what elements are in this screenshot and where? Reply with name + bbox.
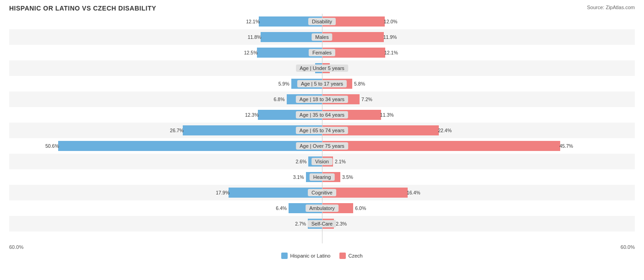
bar-value-right: 6.0%: [355, 205, 366, 211]
bar-value-right: 7.2%: [361, 97, 372, 102]
bar-value-left: 5.9%: [278, 81, 289, 86]
bar-center-label: Age | Over 75 years: [296, 142, 348, 150]
chart-container: HISPANIC OR LATINO VS CZECH DISABILITY S…: [0, 0, 644, 280]
left-bar-container: 17.9%: [9, 185, 322, 200]
axis-right-label: 60.0%: [621, 244, 635, 250]
bar-value-left: 6.8%: [274, 97, 285, 102]
left-bar-container: 26.7%: [9, 123, 322, 138]
right-bar-container: 16.4%: [322, 185, 635, 200]
right-bar-container: 11.3%: [322, 107, 635, 123]
chart-title: HISPANIC OR LATINO VS CZECH DISABILITY: [9, 5, 635, 12]
legend-hispanic-box: [281, 253, 288, 259]
bar-value-left: 2.7%: [295, 221, 306, 226]
bar-value-right: 2.1%: [335, 159, 346, 164]
left-bar-container: 1.3%: [9, 60, 322, 76]
legend: Hispanic or Latino Czech: [9, 253, 635, 259]
bar-value-right: 22.4%: [438, 128, 452, 133]
right-bar-container: 12.1%: [322, 45, 635, 60]
bar-center-label: Age | 18 to 34 years: [296, 96, 348, 103]
axis-labels: 60.0% 60.0%: [9, 244, 635, 250]
bar-center-label: Males: [311, 33, 332, 41]
legend-czech: Czech: [339, 253, 362, 259]
left-bar-container: 6.8%: [9, 92, 322, 107]
right-bar-container: 5.8%: [322, 76, 635, 92]
right-bar-container: 2.3%: [322, 216, 635, 232]
left-bar-container: 12.5%: [9, 45, 322, 60]
left-bar-container: 50.6%: [9, 138, 322, 154]
bar-value-right: 12.1%: [384, 50, 398, 55]
left-bar-container: 6.4%: [9, 200, 322, 216]
bar-value-right: 3.5%: [342, 174, 353, 180]
bar-center-label: Age | 35 to 64 years: [296, 111, 348, 118]
bar-center-label: Age | 5 to 17 years: [297, 80, 347, 87]
bar-value-left: 12.5%: [244, 50, 258, 55]
legend-hispanic: Hispanic or Latino: [281, 253, 330, 259]
bar-value-left: 3.1%: [293, 174, 304, 180]
right-bar-container: 45.7%: [322, 138, 635, 154]
right-bar-container: 12.0%: [322, 14, 635, 29]
bar-value-right: 11.9%: [383, 34, 397, 40]
left-bar-container: 2.7%: [9, 216, 322, 232]
bar-value-left: 50.6%: [45, 143, 59, 149]
bar-center-label: Age | 65 to 74 years: [296, 127, 348, 134]
legend-czech-label: Czech: [348, 253, 362, 258]
left-bar-container: 12.1%: [9, 14, 322, 29]
chart-area: 12.1%Disability12.0%11.8%Males11.9%12.5%…: [9, 14, 635, 243]
bar-value-right: 16.4%: [407, 190, 420, 195]
right-bar-container: 2.1%: [322, 154, 635, 169]
legend-hispanic-label: Hispanic or Latino: [290, 253, 330, 258]
bar-center-label: Age | Under 5 years: [296, 65, 348, 72]
left-bar-container: 2.6%: [9, 154, 322, 169]
right-bar-container: 11.9%: [322, 29, 635, 45]
bar-center-label: Disability: [308, 18, 336, 25]
bar-value-left: 12.3%: [245, 112, 259, 118]
bar-value-right: 45.7%: [559, 143, 573, 149]
bar-value-left: 11.8%: [248, 34, 262, 40]
bar-value-right: 5.8%: [354, 81, 365, 86]
bar-value-left: 2.6%: [295, 159, 306, 164]
bar-value-right: 12.0%: [384, 19, 398, 24]
axis-left-label: 60.0%: [9, 244, 23, 250]
left-bar-container: 12.3%: [9, 107, 322, 123]
bar-value-right: 2.3%: [336, 221, 347, 226]
bar-center-label: Females: [309, 49, 335, 56]
bar-value-left: 17.9%: [216, 190, 229, 195]
bar-center-label: Self-Care: [308, 220, 336, 227]
bar-center-label: Vision: [311, 158, 333, 165]
left-bar-container: 5.9%: [9, 76, 322, 92]
bar-value-left: 6.4%: [276, 205, 287, 211]
bar-center-label: Hearing: [310, 173, 335, 181]
bar-left: 50.6%: [58, 141, 322, 151]
bar-value-left: 12.1%: [246, 19, 260, 24]
bar-value-right: 11.3%: [380, 112, 394, 118]
left-bar-container: 3.1%: [9, 169, 322, 185]
bar-center-label: Cognitive: [308, 189, 336, 196]
legend-czech-box: [339, 253, 346, 259]
bar-value-left: 26.7%: [170, 128, 184, 133]
right-bar-container: 22.4%: [322, 123, 635, 138]
right-bar-container: 7.2%: [322, 92, 635, 107]
bar-center-label: Ambulatory: [306, 205, 338, 212]
right-bar-container: 3.5%: [322, 169, 635, 185]
bar-right: 45.7%: [322, 141, 560, 151]
left-bar-container: 11.8%: [9, 29, 322, 45]
right-bar-container: 1.5%: [322, 60, 635, 76]
right-bar-container: 6.0%: [322, 200, 635, 216]
source-text: Source: ZipAtlas.com: [587, 5, 635, 10]
